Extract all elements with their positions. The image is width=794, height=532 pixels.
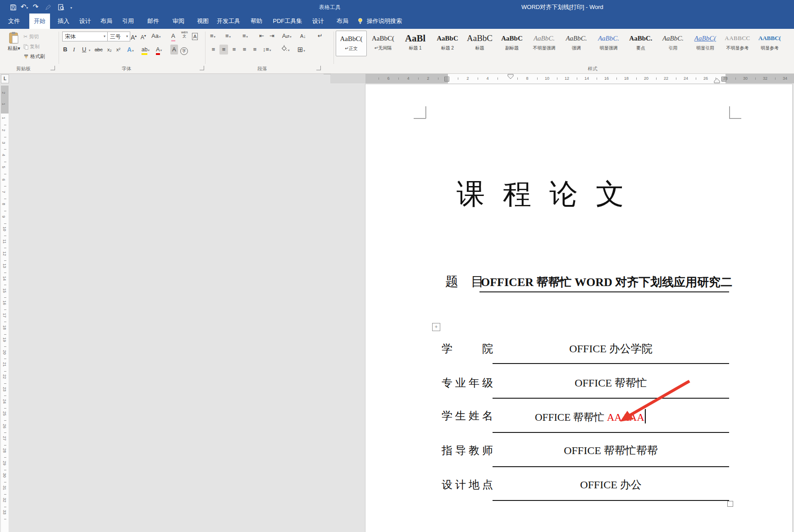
style-card-明显引用[interactable]: AaBbC(明显引用: [690, 31, 721, 55]
line-spacing-button[interactable]: ↕≡▾: [263, 45, 271, 55]
style-card-partial[interactable]: A: [787, 31, 794, 55]
align-center-button[interactable]: ≡: [219, 45, 228, 55]
justify-button[interactable]: ≡: [240, 45, 249, 55]
paste-button[interactable]: 粘贴▾: [5, 32, 23, 58]
table-move-handle[interactable]: +: [432, 323, 440, 331]
style-card-↵无间隔[interactable]: AaBbC(↵无间隔: [368, 31, 398, 55]
tab-布局[interactable]: 布局: [96, 14, 117, 29]
superscript-button[interactable]: x²: [116, 45, 120, 55]
subject-value[interactable]: OFFICER 帮帮忙 WORD 对齐下划线应用研究二: [481, 274, 732, 290]
text-effects-button[interactable]: A▾: [127, 45, 134, 56]
tab-开始[interactable]: 开始: [29, 14, 50, 29]
row-label-学院[interactable]: 学院: [442, 341, 493, 356]
style-card-副标题[interactable]: AaBbC副标题: [497, 31, 527, 55]
document-main-title[interactable]: 课程论文: [456, 175, 624, 214]
row-value-指导教师[interactable]: OFFICE 帮帮忙帮帮: [493, 443, 729, 458]
enclose-characters-button[interactable]: 字: [180, 45, 188, 55]
clear-formatting-button[interactable]: A: [171, 31, 175, 41]
grow-font-button[interactable]: A▴: [131, 31, 137, 42]
style-card-不明显参考[interactable]: AABBCC不明显参考: [722, 31, 753, 55]
tell-me-search[interactable]: 操作说明搜索: [357, 14, 402, 29]
tab-file[interactable]: 文件: [4, 14, 24, 29]
underline-dropdown[interactable]: ▾: [88, 45, 91, 55]
style-card-要点[interactable]: AaBbC.要点: [626, 31, 656, 55]
row-label-学生姓名[interactable]: 学生姓名: [442, 409, 493, 423]
phonetic-guide-button[interactable]: wén文: [181, 30, 188, 38]
font-color-button[interactable]: A▾: [156, 45, 162, 55]
strikethrough-button[interactable]: abc: [95, 45, 103, 55]
subscript-button[interactable]: x₂: [107, 45, 112, 55]
shading-button[interactable]: ▾: [281, 45, 290, 55]
first-line-indent-marker[interactable]: [507, 74, 514, 79]
style-card-明显参考[interactable]: AABBC(明显参考: [755, 31, 785, 55]
paragraph-dialog-launcher[interactable]: [316, 66, 321, 70]
highlight-color-button[interactable]: ab▾: [141, 45, 150, 55]
character-shading-button[interactable]: A: [170, 45, 178, 55]
align-right-button[interactable]: ≡: [230, 45, 238, 55]
vertical-ruler[interactable]: L 21123456789101112131415161718192021222…: [1, 74, 9, 532]
save-icon[interactable]: [9, 1, 17, 12]
character-border-button[interactable]: A: [192, 32, 198, 41]
tab-视图[interactable]: 视图: [192, 14, 213, 29]
numbering-button[interactable]: ≡▾: [225, 31, 231, 42]
row-label-指导教师[interactable]: 指导教师: [442, 443, 493, 458]
tab-插入[interactable]: 插入: [53, 14, 74, 29]
table-resize-handle[interactable]: [727, 501, 733, 507]
row-label-设计地点[interactable]: 设计地点: [442, 477, 493, 492]
italic-button[interactable]: I: [73, 45, 75, 55]
asian-layout-button[interactable]: A⇄▾: [282, 31, 292, 42]
row-value-设计地点[interactable]: OFFICE 办公: [493, 477, 729, 492]
bold-button[interactable]: B: [63, 45, 67, 55]
style-card-标题[interactable]: AaBbC标题: [465, 31, 495, 55]
right-indent-marker[interactable]: [714, 78, 720, 83]
style-card-引用[interactable]: AaBbC.引用: [658, 31, 688, 55]
underline-button[interactable]: U: [82, 45, 86, 55]
style-card-标题 1[interactable]: AaBl标题 1: [400, 31, 430, 55]
tab-审阅[interactable]: 审阅: [168, 14, 189, 29]
style-card-标题 2[interactable]: AaBbC标题 2: [433, 31, 463, 55]
horizontal-ruler[interactable]: 64224810121416182022242628303234: [0, 74, 794, 84]
clipboard-dialog-launcher[interactable]: [50, 66, 55, 70]
print-preview-icon[interactable]: [57, 1, 65, 12]
contextual-tab-设计[interactable]: 设计: [308, 14, 329, 29]
format-painter-button[interactable]: 格式刷: [23, 53, 45, 60]
cut-button[interactable]: ✂剪切: [23, 33, 39, 40]
undo-button[interactable]: ↶▾: [19, 1, 30, 12]
tab-设计[interactable]: 设计: [75, 14, 96, 29]
shrink-font-button[interactable]: A▾: [141, 31, 146, 42]
row-label-专业年级[interactable]: 专业年级: [442, 376, 493, 390]
row-value-学院[interactable]: OFFICE 办公学院: [493, 341, 729, 356]
borders-button[interactable]: ⊞▾: [297, 45, 305, 56]
tab-selector-button[interactable]: L: [1, 74, 9, 83]
tab-邮件[interactable]: 邮件: [143, 14, 164, 29]
sort-button[interactable]: A↓: [300, 31, 306, 41]
tab-帮助[interactable]: 帮助: [246, 14, 267, 29]
font-name-combo[interactable]: 宋体▾: [62, 32, 108, 41]
style-card-明显强调[interactable]: AaBbC.明显强调: [593, 31, 624, 55]
font-dialog-launcher[interactable]: [200, 66, 204, 70]
decrease-indent-button[interactable]: ⇤: [259, 31, 264, 41]
multilevel-list-button[interactable]: ≡▾: [242, 31, 248, 42]
style-card-↵正文[interactable]: AaBbC(↵正文: [336, 31, 367, 56]
ruler-number: 2: [1, 91, 6, 94]
redo-icon[interactable]: ↷: [32, 1, 39, 12]
tab-PDF工具集[interactable]: PDF工具集: [269, 14, 307, 29]
style-card-强调[interactable]: AaBbC.强调: [561, 31, 592, 55]
table-column-marker[interactable]: [444, 77, 449, 82]
customize-qat-icon[interactable]: ▾: [68, 1, 74, 12]
change-case-button[interactable]: Aa▾: [151, 31, 160, 42]
subject-label[interactable]: 题目: [445, 273, 484, 291]
tab-引用[interactable]: 引用: [118, 14, 138, 29]
copy-button[interactable]: 复制: [23, 43, 40, 50]
align-left-button[interactable]: ≡: [209, 45, 218, 55]
document-page[interactable]: [365, 84, 792, 532]
tab-开发工具[interactable]: 开发工具: [212, 14, 245, 29]
contextual-tab-布局[interactable]: 布局: [332, 14, 353, 29]
undo-dropdown-icon[interactable]: ▾: [26, 6, 28, 10]
increase-indent-button[interactable]: ⇥: [269, 31, 274, 41]
show-hide-marks-button[interactable]: ↵: [318, 31, 323, 41]
distribute-button[interactable]: ≡: [251, 45, 259, 55]
bullets-button[interactable]: ≡▾: [210, 31, 215, 42]
style-card-不明显强调[interactable]: AaBbC.不明显强调: [529, 31, 559, 55]
font-size-combo[interactable]: 三号▾: [107, 32, 130, 41]
